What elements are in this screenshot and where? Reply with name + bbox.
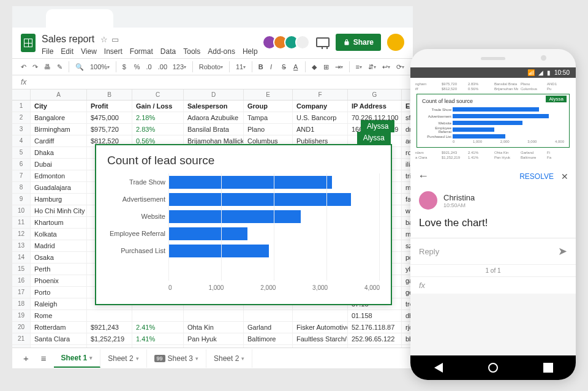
- italic-icon[interactable]: I: [270, 63, 276, 70]
- close-icon[interactable]: ✕: [561, 172, 568, 181]
- number-format-select[interactable]: 123: [173, 63, 186, 70]
- table-row[interactable]: 3Birmingham$975,7202.83%Bansilal BrataPl…: [12, 124, 413, 135]
- mobile-chart-title: Count of lead source: [422, 98, 564, 104]
- sheets-logo-icon: [21, 34, 36, 52]
- header-row[interactable]: 1 CityProfit Gain / LossSalesperson Grou…: [12, 101, 413, 112]
- share-button[interactable]: Share: [336, 34, 381, 51]
- account-avatar[interactable]: [387, 34, 404, 51]
- android-recents-icon[interactable]: [543, 363, 553, 373]
- menu-addons[interactable]: Add-ons: [208, 47, 235, 56]
- menu-help[interactable]: Help: [243, 47, 258, 56]
- increase-decimal-icon[interactable]: .00: [158, 63, 167, 70]
- column-headers[interactable]: AB CD EF GH: [12, 89, 413, 101]
- menu-data[interactable]: Data: [160, 47, 176, 56]
- fill-color-icon[interactable]: ◆: [312, 63, 317, 71]
- mobile-collab-tag: Alyssa: [546, 96, 567, 102]
- android-home-icon[interactable]: [488, 363, 498, 373]
- comment-pager: 1 of 1: [410, 264, 576, 276]
- comment-text: Love the chart!: [419, 217, 567, 229]
- chart-selection[interactable]: Alyssa Count of lead source Trade ShowAd…: [95, 144, 392, 305]
- resolve-button[interactable]: RESOLVE: [519, 172, 554, 181]
- borders-icon[interactable]: ⊞: [323, 63, 329, 71]
- all-sheets-button[interactable]: ≡: [36, 351, 51, 366]
- back-arrow-icon[interactable]: ←: [418, 170, 429, 183]
- collaborator-cursor-tag-grid: Alyssa: [361, 120, 394, 132]
- menu-insert[interactable]: Insert: [104, 47, 123, 56]
- font-select[interactable]: Roboto: [199, 63, 223, 70]
- battery-icon: ▮: [547, 69, 551, 76]
- menu-file[interactable]: File: [42, 47, 53, 56]
- menu-bar: File Edit View Insert Format Data Tools …: [42, 47, 258, 56]
- android-nav-bar: [410, 355, 576, 380]
- android-status-bar: 📶 ◢ ▮ 10:50: [410, 67, 576, 78]
- star-icon[interactable]: ☆: [100, 35, 108, 44]
- mobile-formula-bar[interactable]: fx: [410, 276, 576, 294]
- browser-tab[interactable]: [46, 9, 113, 28]
- signal-icon: ◢: [538, 69, 543, 76]
- chart-plot-area: Trade ShowAdvertisementWebsiteEmployee R…: [168, 173, 380, 281]
- text-color-icon[interactable]: A: [293, 63, 299, 70]
- table-row[interactable]: 2Bangalore$475,0002.18%Adaora AzubuikeTa…: [12, 112, 413, 124]
- present-icon[interactable]: [316, 37, 330, 47]
- sheet-tab[interactable]: Sheet 2 ▾: [100, 349, 146, 368]
- wifi-icon: 📶: [527, 69, 535, 76]
- add-sheet-button[interactable]: +: [18, 351, 34, 366]
- chart-title: Count of lead source: [107, 154, 380, 167]
- decrease-decimal-icon[interactable]: .0: [146, 63, 152, 70]
- toolbar: ↶ ↷ 🖶 ✎ 🔍 100% $ % .0 .00 123 Roboto 11 …: [12, 58, 413, 75]
- mobile-sheet-view[interactable]: ngham$975,7202.83%Bansilal BrataPlanoAND…: [410, 78, 576, 164]
- collaborator-avatars[interactable]: [266, 35, 310, 50]
- collaborator-cursor-tag: Alyssa: [357, 132, 391, 144]
- document-title[interactable]: Sales report: [42, 34, 94, 45]
- send-icon[interactable]: ➤: [558, 245, 567, 258]
- table-row[interactable]: 21Santa Clara$1,252,2191.41%Pan HyukBalt…: [12, 333, 413, 345]
- status-time: 10:50: [554, 69, 570, 76]
- print-icon[interactable]: 🖶: [44, 63, 51, 70]
- currency-icon[interactable]: $: [123, 63, 128, 70]
- rotate-icon[interactable]: ⟳: [396, 63, 404, 71]
- table-row[interactable]: 20Rotterdam$921,2432.41%Ohta KinGarlandF…: [12, 322, 413, 333]
- wrap-icon[interactable]: ↩: [382, 63, 390, 71]
- strike-icon[interactable]: S̶: [282, 63, 287, 71]
- browser-tabstrip: [12, 6, 413, 28]
- folder-icon[interactable]: ▭: [111, 35, 119, 44]
- zoom-icon[interactable]: 🔍: [75, 63, 84, 71]
- font-size-select[interactable]: 11: [236, 63, 246, 70]
- table-row[interactable]: 19Rome01.158dbindel@…: [12, 310, 413, 322]
- valign-icon[interactable]: ⇵: [368, 63, 376, 71]
- reply-input[interactable]: Reply: [419, 247, 439, 256]
- mobile-chart[interactable]: Alyssa Count of lead source Trade ShowAd…: [417, 94, 570, 148]
- commenter-avatar: [419, 191, 437, 210]
- menu-edit[interactable]: Edit: [61, 47, 74, 56]
- share-button-label: Share: [353, 38, 374, 47]
- menu-tools[interactable]: Tools: [183, 47, 200, 56]
- mobile-device: 📶 ◢ ▮ 10:50 ngham$975,7202.83%Bansilal B…: [410, 49, 576, 380]
- formula-bar[interactable]: fx: [12, 75, 413, 89]
- redo-icon[interactable]: ↷: [32, 63, 38, 71]
- comment-time: 10:50AM: [443, 202, 475, 208]
- undo-icon[interactable]: ↶: [21, 63, 26, 71]
- percent-icon[interactable]: %: [134, 63, 140, 70]
- zoom-select[interactable]: 100%: [90, 63, 110, 70]
- android-back-icon[interactable]: [433, 363, 443, 373]
- chart-x-axis: 01,0002,0003,0004,000: [168, 284, 380, 291]
- paint-format-icon[interactable]: ✎: [57, 63, 62, 71]
- sheet-tab[interactable]: Sheet 2 ▾: [206, 349, 252, 368]
- title-bar: Sales report ☆ ▭ File Edit View Insert F…: [12, 28, 413, 58]
- menu-view[interactable]: View: [81, 47, 97, 56]
- merge-icon[interactable]: ⇥: [335, 63, 343, 71]
- halign-icon[interactable]: ≡: [356, 63, 362, 70]
- sheet-tabs-bar: + ≡ Sheet 1 ▾Sheet 2 ▾99 Sheet 3 ▾Sheet …: [12, 347, 413, 368]
- commenter-name: Christina: [443, 193, 475, 202]
- lock-icon: [343, 39, 350, 46]
- sheet-tab[interactable]: Sheet 1 ▾: [54, 349, 101, 368]
- comment-panel: ← RESOLVE ✕ Christina 10:50AM Love the c…: [410, 164, 576, 294]
- bold-icon[interactable]: B: [258, 63, 264, 70]
- sheet-tab[interactable]: 99 Sheet 3 ▾: [147, 349, 206, 368]
- menu-format[interactable]: Format: [130, 47, 153, 56]
